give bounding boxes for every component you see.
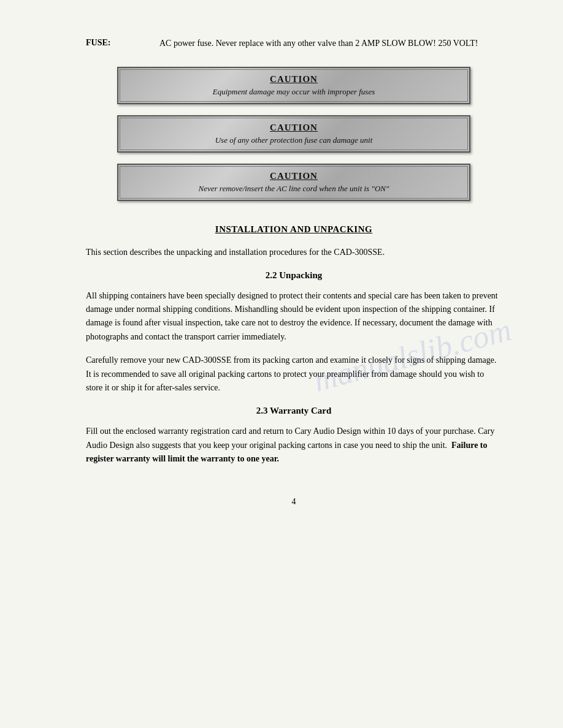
caution-text-1: Equipment damage may occur with improper… bbox=[131, 87, 457, 97]
fuse-text: AC power fuse. Never replace with any ot… bbox=[159, 37, 478, 50]
document-page: manualslib.com FUSE: AC power fuse. Neve… bbox=[0, 0, 563, 728]
unpacking-para2: Carefully remove your new CAD-300SSE fro… bbox=[86, 354, 502, 395]
installation-heading: INSTALLATION AND UNPACKING bbox=[86, 224, 502, 235]
caution-title-2: CAUTION bbox=[131, 123, 457, 133]
caution-box-1: CAUTION Equipment damage may occur with … bbox=[117, 67, 470, 104]
fuse-label: FUSE: bbox=[86, 37, 159, 50]
unpacking-heading: 2.2 Unpacking bbox=[86, 270, 502, 281]
caution-box-3: CAUTION Never remove/insert the AC line … bbox=[117, 164, 470, 201]
caution-text-2: Use of any other protection fuse can dam… bbox=[131, 135, 457, 145]
warranty-heading: 2.3 Warranty Card bbox=[86, 406, 502, 416]
caution-text-3: Never remove/insert the AC line cord whe… bbox=[131, 184, 457, 194]
intro-text: This section describes the unpacking and… bbox=[86, 246, 502, 259]
caution-box-2: CAUTION Use of any other protection fuse… bbox=[117, 115, 470, 153]
caution-title-3: CAUTION bbox=[131, 171, 457, 181]
caution-title-1: CAUTION bbox=[131, 74, 457, 85]
page-number: 4 bbox=[86, 497, 502, 507]
unpacking-para1: All shipping containers have been specia… bbox=[86, 289, 502, 344]
warranty-text: Fill out the enclosed warranty registrat… bbox=[86, 425, 502, 466]
warranty-para: Fill out the enclosed warranty registrat… bbox=[86, 427, 494, 449]
fuse-section: FUSE: AC power fuse. Never replace with … bbox=[86, 37, 502, 50]
